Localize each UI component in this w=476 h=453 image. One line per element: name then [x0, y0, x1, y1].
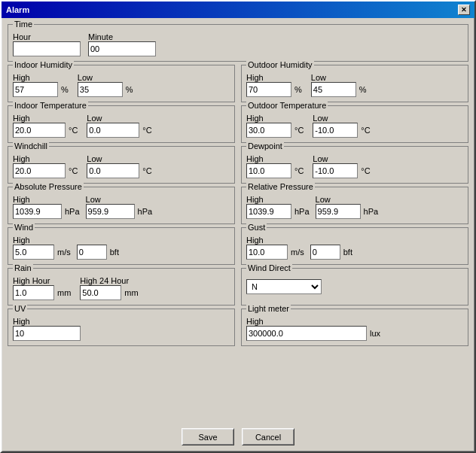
- wind-high-input[interactable]: [13, 245, 54, 260]
- gust-low-input[interactable]: [310, 245, 340, 260]
- hour-label: Hour: [13, 32, 81, 41]
- outdoor-humidity-group: Outdoor Humidity High % Low %: [241, 65, 468, 102]
- lm-high-input[interactable]: [246, 326, 367, 341]
- alarm-dialog: Alarm ✕ Time Hour Minute Indoor Humid: [0, 0, 476, 453]
- ap-low-unit: hPa: [138, 207, 153, 216]
- outdoor-humidity-label: Outdoor Humidity: [246, 60, 314, 69]
- rel-pressure-group: Relative Pressure High hPa Low hPa: [241, 187, 468, 224]
- button-row: Save Cancel: [2, 428, 474, 451]
- lm-high-label: High: [246, 317, 463, 326]
- rain-group: Rain High Hour mm High 24 Hour mm: [8, 268, 235, 306]
- indoor-temp-group: Indoor Temperature High °C Low °C: [8, 105, 235, 143]
- ih-low-unit: %: [126, 85, 133, 94]
- oh-low-label: Low: [311, 73, 367, 82]
- gust-label: Gust: [246, 223, 267, 232]
- save-button[interactable]: Save: [182, 428, 234, 445]
- windchill-label: Windchill: [13, 141, 49, 150]
- uv-label: UV: [13, 304, 27, 313]
- it-low-input[interactable]: [87, 123, 139, 138]
- rp-high-label: High: [246, 195, 310, 204]
- gust-high-input[interactable]: [246, 245, 288, 260]
- rain-hour-unit: mm: [57, 288, 71, 297]
- rain-24h-label: High 24 Hour: [80, 276, 138, 285]
- oh-low-input[interactable]: [311, 82, 356, 97]
- wind-low-input[interactable]: [77, 245, 107, 260]
- dewpoint-label: Dewpoint: [246, 141, 284, 150]
- ap-high-unit: hPa: [65, 207, 80, 216]
- wind-high-label: High: [13, 236, 230, 245]
- gust-high-label: High: [246, 236, 463, 245]
- time-label: Time: [13, 20, 34, 29]
- pressure-row: Absolute Pressure High hPa Low hPa: [8, 187, 468, 224]
- rain-24h-input[interactable]: [80, 285, 121, 300]
- light-meter-label: Light meter: [246, 304, 291, 313]
- ih-low-input[interactable]: [78, 82, 123, 97]
- title-bar-controls: ✕: [458, 5, 470, 15]
- it-high-input[interactable]: [13, 123, 66, 138]
- minute-input[interactable]: [88, 41, 156, 56]
- abs-pressure-group: Absolute Pressure High hPa Low hPa: [8, 187, 235, 224]
- rp-high-input[interactable]: [246, 204, 291, 219]
- abs-pressure-label: Absolute Pressure: [13, 182, 84, 191]
- ih-high-unit: %: [61, 85, 69, 94]
- wc-low-label: Low: [87, 154, 151, 163]
- wind-direct-group: Wind Direct N NE E SE S SW W NW: [241, 268, 468, 306]
- rp-low-unit: hPa: [364, 207, 379, 216]
- oh-high-unit: %: [294, 85, 302, 94]
- dialog-content: Time Hour Minute Indoor Humidity High: [2, 18, 474, 424]
- uv-light-row: UV High Light meter High lux: [8, 309, 468, 346]
- ot-low-input[interactable]: [313, 123, 358, 138]
- wind-label: Wind: [13, 223, 35, 232]
- ap-low-label: Low: [86, 195, 153, 204]
- uv-high-label: High: [13, 317, 230, 326]
- temperature-row: Indoor Temperature High °C Low °C: [8, 105, 468, 143]
- oh-high-input[interactable]: [246, 82, 291, 97]
- windchill-dewpoint-row: Windchill High °C Low °C: [8, 146, 468, 184]
- ot-high-unit: °C: [294, 126, 304, 135]
- it-high-unit: °C: [69, 126, 78, 135]
- rain-label: Rain: [13, 263, 33, 272]
- wc-high-label: High: [13, 154, 78, 163]
- wc-high-unit: °C: [69, 166, 78, 175]
- ap-high-input[interactable]: [13, 204, 62, 219]
- wc-low-input[interactable]: [87, 163, 139, 178]
- rain-winddirect-row: Rain High Hour mm High 24 Hour mm: [8, 268, 468, 306]
- indoor-humidity-label: Indoor Humidity: [13, 60, 74, 69]
- gust-low-unit: bft: [343, 248, 352, 257]
- title-bar: Alarm ✕: [2, 2, 474, 18]
- wind-high-unit: m/s: [57, 248, 71, 257]
- ih-high-input[interactable]: [13, 82, 58, 97]
- rel-pressure-label: Relative Pressure: [246, 182, 315, 191]
- dp-low-input[interactable]: [313, 163, 358, 178]
- indoor-humidity-group: Indoor Humidity High % Low %: [8, 65, 235, 102]
- lm-high-unit: lux: [370, 329, 380, 338]
- rp-low-input[interactable]: [316, 204, 361, 219]
- wind-direct-label: Wind Direct: [246, 263, 292, 272]
- dp-high-label: High: [246, 154, 304, 163]
- oh-high-label: High: [246, 73, 302, 82]
- cancel-button[interactable]: Cancel: [242, 428, 294, 445]
- gust-high-unit: m/s: [291, 248, 304, 257]
- ap-low-input[interactable]: [86, 204, 135, 219]
- ot-high-label: High: [246, 114, 304, 123]
- wc-low-unit: °C: [142, 166, 151, 175]
- close-button[interactable]: ✕: [458, 5, 470, 15]
- it-high-label: High: [13, 114, 78, 123]
- rain-hour-input[interactable]: [13, 285, 54, 300]
- dp-high-input[interactable]: [246, 163, 291, 178]
- hour-input[interactable]: [13, 41, 81, 56]
- outdoor-temp-group: Outdoor Temperature High °C Low °C: [241, 105, 468, 143]
- indoor-temp-label: Indoor Temperature: [13, 101, 88, 110]
- ot-high-input[interactable]: [246, 123, 291, 138]
- wind-direct-select[interactable]: N NE E SE S SW W NW: [246, 279, 322, 294]
- dewpoint-group: Dewpoint High °C Low °C: [241, 146, 468, 184]
- ap-high-label: High: [13, 195, 80, 204]
- gust-group: Gust High m/s bft: [241, 227, 468, 265]
- it-low-label: Low: [87, 114, 151, 123]
- wc-high-input[interactable]: [13, 163, 66, 178]
- light-meter-group: Light meter High lux: [241, 309, 468, 346]
- rain-hour-label: High Hour: [13, 276, 71, 285]
- rp-low-label: Low: [316, 195, 379, 204]
- outdoor-temp-label: Outdoor Temperature: [246, 101, 328, 110]
- uv-high-input[interactable]: [13, 326, 81, 341]
